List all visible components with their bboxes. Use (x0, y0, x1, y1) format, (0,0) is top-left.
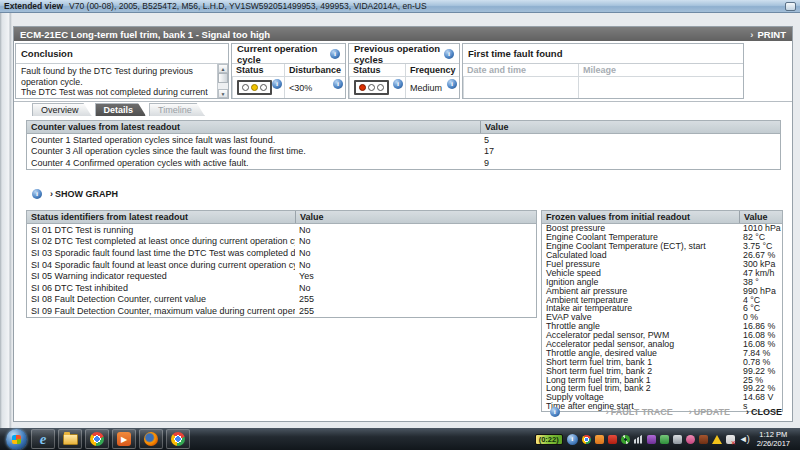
value-column-header: Value (739, 211, 782, 223)
show-graph-row: SHOW GRAPH (32, 189, 118, 199)
value-column-header: Value (480, 121, 780, 133)
window-titlebar[interactable]: Extended view V70 (00-08), 2005, B5254T2… (0, 0, 800, 13)
first-time-fault-found-box: First time fault found Date and time Mil… (462, 43, 744, 99)
scroll-down-icon[interactable] (218, 89, 228, 98)
previous-operation-cycles-box: Previous operation cycles Status Frequen… (348, 43, 460, 99)
update-button: UPDATE (689, 407, 730, 417)
media-player-icon[interactable] (112, 429, 136, 449)
taskbar-clock[interactable]: 1:12 PM 2/26/2017 (753, 430, 794, 448)
row-value: No (295, 248, 536, 258)
date-time-header: Date and time (463, 64, 578, 77)
counter-table-header: Counter values from latest readout (27, 121, 480, 133)
tray-chrome-icon[interactable] (582, 435, 591, 444)
start-button[interactable] (6, 429, 27, 450)
tray-sync-icon[interactable] (621, 435, 630, 444)
table-row: SI 02 DTC Test completed at least once d… (27, 236, 536, 248)
row-value: 255 (295, 294, 536, 304)
info-icon[interactable] (444, 49, 454, 59)
row-label: SI 01 DTC Test is running (27, 225, 295, 235)
warning-tray-icon[interactable] (712, 435, 722, 444)
scrollbar-track[interactable] (218, 73, 228, 89)
tab-divider (14, 101, 792, 102)
row-value: 255 (295, 306, 536, 316)
row-value: 17 (480, 146, 780, 156)
tray-antivirus-icon[interactable] (608, 435, 617, 444)
tray-icon-purple[interactable] (647, 435, 656, 444)
network-signal-icon[interactable] (634, 435, 643, 444)
value-column-header: Value (295, 211, 536, 223)
conclusion-scrollbar[interactable] (217, 64, 228, 98)
file-explorer-icon[interactable] (58, 429, 82, 449)
light-off (260, 84, 267, 91)
mileage-cell (578, 77, 743, 98)
fault-trace-button: FAULT TRACE (606, 407, 673, 417)
mileage-header: Mileage (578, 64, 743, 77)
browser-icon[interactable] (166, 429, 190, 449)
scrollbar-thumb[interactable] (218, 73, 228, 83)
tray-icon-green[interactable] (660, 435, 669, 444)
row-value: No (295, 225, 536, 235)
action-center-flag-icon[interactable] (726, 435, 735, 444)
volume-icon[interactable] (739, 434, 749, 444)
row-label: SI 03 Sporadic fault found last time the… (27, 248, 295, 258)
chrome-icon[interactable] (85, 429, 109, 449)
table-row: SI 03 Sporadic fault found last time the… (27, 247, 536, 259)
screen: Extended view V70 (00-08), 2005, B5254T2… (0, 0, 800, 450)
table-row: SI 05 Warning indicator requestedYes (27, 270, 536, 282)
info-tray-icon[interactable] (567, 434, 578, 445)
show-graph-button[interactable]: SHOW GRAPH (50, 189, 118, 199)
system-tray: (0:22) 1:12 PM 2/26/2017 (535, 430, 798, 448)
info-icon[interactable] (447, 79, 457, 89)
tab-details[interactable]: Details (95, 103, 147, 116)
row-value: No (295, 236, 536, 246)
status-header: Status (349, 64, 405, 77)
traffic-light-indicator (237, 80, 272, 95)
battery-indicator[interactable]: (0:22) (535, 434, 563, 445)
print-button[interactable]: PRINT (750, 29, 786, 40)
info-icon[interactable] (330, 49, 340, 59)
light-off (377, 84, 384, 91)
row-value: No (295, 283, 536, 293)
taskbar-apps: e (31, 429, 190, 449)
previous-status-cell (349, 77, 405, 98)
current-status-cell (232, 77, 284, 98)
row-label: SI 06 DTC Test inhibited (27, 283, 295, 293)
row-value: 5 (480, 135, 780, 145)
tab-strip: Overview Details Timeline (32, 103, 205, 116)
frequency-cell: Medium (405, 77, 459, 98)
table-row: SI 09 Fault Detection Counter, maximum v… (27, 305, 536, 317)
info-icon[interactable] (333, 79, 343, 89)
vehicle-profile-text: V70 (00-08), 2005, B5254T2, M56, L.H.D, … (69, 1, 427, 11)
table-row: Counter 1 Started operation cycles since… (27, 134, 780, 146)
info-icon[interactable] (393, 79, 403, 89)
frozen-values-table: Frozen values from initial readout Value… (541, 210, 783, 412)
clock-time: 1:12 PM (759, 430, 787, 439)
show-graph-label: SHOW GRAPH (55, 189, 118, 199)
disturbance-value: <30% (289, 83, 312, 93)
disturbance-header: Disturbance (284, 64, 345, 77)
table-row: Counter 4 Confirmed operation cycles wit… (27, 157, 780, 169)
row-value: No (295, 260, 536, 270)
light-red (359, 84, 366, 91)
info-icon[interactable] (272, 79, 282, 89)
table-row: SI 04 Sporadic fault found at least once… (27, 259, 536, 271)
tray-icon-pink[interactable] (686, 435, 695, 444)
clock-date: 2/26/2017 (757, 439, 790, 448)
firefox-icon[interactable] (139, 429, 163, 449)
windows-logo-icon (12, 435, 21, 444)
tray-icon-gray[interactable] (673, 435, 682, 444)
window-close-button[interactable] (785, 2, 796, 11)
row-label: SI 04 Sporadic fault found at least once… (27, 260, 295, 270)
tray-icon-orange[interactable] (595, 435, 604, 444)
window-frame: ECM-21EC Long-term fuel trim, bank 1 - S… (0, 13, 800, 428)
table-row: SI 08 Fault Detection Counter, current v… (27, 294, 536, 306)
info-icon[interactable] (550, 407, 560, 417)
info-icon[interactable] (32, 189, 42, 199)
internet-explorer-icon[interactable]: e (31, 429, 55, 449)
close-button[interactable]: CLOSE (746, 407, 782, 417)
conclusion-title: Conclusion (16, 44, 228, 64)
row-label: SI 09 Fault Detection Counter, maximum v… (27, 306, 295, 316)
tab-overview[interactable]: Overview (32, 103, 92, 116)
tray-icon-brown[interactable] (699, 435, 708, 444)
scroll-up-icon[interactable] (218, 64, 228, 73)
